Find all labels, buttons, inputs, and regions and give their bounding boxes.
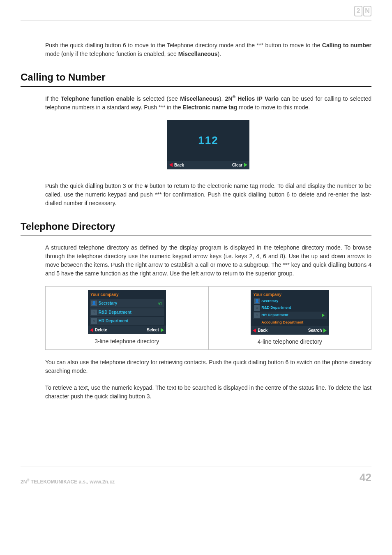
- text: mode (only if the telephone function is …: [45, 51, 178, 57]
- bold-text: #: [145, 183, 148, 189]
- device-title: Your company: [251, 290, 329, 298]
- logo-char-n: N: [363, 6, 371, 16]
- search-button[interactable]: Search: [308, 327, 327, 333]
- bold-text: Miscellaneous: [180, 95, 219, 102]
- list-item[interactable]: ⌂ R&D Department: [253, 305, 327, 311]
- intro-paragraph: Push the quick dialling button 6 to move…: [45, 41, 371, 58]
- heading-telephone-directory: Telephone Directory: [21, 219, 371, 236]
- house-icon: ⌂: [254, 312, 260, 318]
- back-button[interactable]: Back: [253, 327, 267, 333]
- select-button[interactable]: Select: [147, 327, 164, 333]
- heading-calling-to-number: Calling to Number: [21, 70, 371, 87]
- back-label: Back: [174, 162, 184, 168]
- list-item-label: Secretary: [99, 300, 157, 306]
- text: ).: [217, 51, 221, 57]
- arrow-right-icon: [161, 328, 164, 332]
- registered-mark: ®: [233, 95, 235, 99]
- list-item[interactable]: ⌂ R&D Department: [90, 308, 164, 316]
- device-status-bar: Back Clear: [167, 161, 249, 169]
- text: mode to move to this mode.: [237, 104, 310, 111]
- back-label: Back: [258, 327, 267, 333]
- list-item[interactable]: Accounting Department: [253, 320, 327, 326]
- arrow-left-icon: [90, 328, 93, 332]
- arrow-right-icon: [244, 163, 247, 167]
- footer-text: TELEKOMUNIKACE a.s., www.2n.cz: [30, 479, 115, 485]
- person-icon: 👤: [254, 298, 260, 304]
- list-item[interactable]: 👤 Secretary: [253, 298, 327, 304]
- header-rule: 2 N: [21, 8, 371, 21]
- directory-paragraph-1: A structured telephone directory as defi…: [45, 243, 371, 278]
- caption-3line: 3-line telephone directory: [49, 337, 205, 346]
- delete-button[interactable]: Delete: [90, 327, 107, 333]
- caption-4line: 4-line telephone directory: [212, 338, 368, 346]
- calling-paragraph-2: Push the quick dialling button 3 or the …: [45, 182, 371, 208]
- directory-comparison-table: Your company 👤 Secretary ✆ ⌂ R&D Departm…: [45, 286, 371, 350]
- device-status-bar: Delete Select: [88, 326, 166, 334]
- list-item-label: Secretary: [261, 298, 325, 304]
- device-title: Your company: [88, 290, 166, 298]
- directory-paragraph-3: To retrieve a text, use the numeric keyp…: [45, 384, 371, 401]
- device-4line-screenshot: Your company 👤 Secretary ⌂ R&D Departmen…: [251, 290, 329, 335]
- text: Push the quick dialling button 6 to move…: [45, 42, 322, 49]
- house-icon: ⌂: [91, 310, 97, 315]
- select-label: Select: [147, 327, 159, 333]
- clear-label: Clear: [232, 162, 242, 168]
- list-item-label: HR Department: [99, 318, 163, 324]
- list-item-label: R&D Department: [261, 305, 325, 311]
- product: Helios IP Vario: [235, 95, 279, 102]
- footer-company: 2N® TELEKOMUNIKACE a.s., www.2n.cz: [21, 478, 115, 486]
- text: If the: [45, 95, 61, 102]
- text: Push the quick dialling button 3 or the: [45, 183, 145, 189]
- text: is selected (see: [134, 95, 180, 102]
- search-label: Search: [308, 327, 322, 333]
- brand: 2N: [225, 95, 233, 102]
- list-item[interactable]: ⌂ HR Department: [90, 317, 164, 325]
- device-dialer-screenshot: 112 Back Clear: [167, 120, 249, 169]
- list-item-label: HR Department: [261, 312, 321, 318]
- list-item-label: Accounting Department: [261, 320, 325, 326]
- footer-brand: 2N: [21, 479, 27, 485]
- arrow-right-icon: [322, 314, 325, 317]
- arrow-left-icon: [169, 163, 173, 167]
- list-item-label: R&D Department: [99, 309, 163, 315]
- bold-text: Telephone function enable: [61, 95, 134, 102]
- house-icon: ⌂: [254, 305, 260, 311]
- page-number: 42: [360, 469, 371, 486]
- page-footer: 2N® TELEKOMUNIKACE a.s., www.2n.cz 42: [21, 467, 371, 486]
- clear-button[interactable]: Clear: [232, 162, 247, 168]
- list-item[interactable]: 👤 Secretary ✆: [90, 299, 164, 308]
- arrow-right-icon: [323, 328, 327, 333]
- list-item-selected[interactable]: ⌂ HR Department: [253, 312, 327, 319]
- bold-text: Calling to number: [322, 42, 371, 49]
- logo-char-2: 2: [354, 6, 362, 16]
- bold-text: Electronic name tag: [182, 104, 237, 111]
- brand-logo: 2 N: [354, 6, 371, 16]
- person-icon: 👤: [91, 301, 97, 306]
- back-button[interactable]: Back: [169, 162, 184, 168]
- text: ),: [219, 95, 225, 102]
- device-3line-screenshot: Your company 👤 Secretary ✆ ⌂ R&D Departm…: [88, 290, 166, 335]
- device-status-bar: Back Search: [251, 326, 329, 335]
- directory-3line-cell: Your company 👤 Secretary ✆ ⌂ R&D Departm…: [46, 286, 209, 349]
- directory-paragraph-2: You can also use the telephone directory…: [45, 358, 371, 375]
- phone-icon: ✆: [158, 300, 162, 307]
- directory-4line-cell: Your company 👤 Secretary ⌂ R&D Departmen…: [208, 286, 371, 349]
- bold-text: Miscellaneous: [178, 51, 218, 57]
- delete-label: Delete: [95, 327, 107, 333]
- dialed-number: 112: [170, 132, 247, 148]
- calling-paragraph-1: If the Telephone function enable is sele…: [45, 94, 371, 112]
- arrow-left-icon: [253, 328, 256, 333]
- house-icon: ⌂: [91, 318, 97, 324]
